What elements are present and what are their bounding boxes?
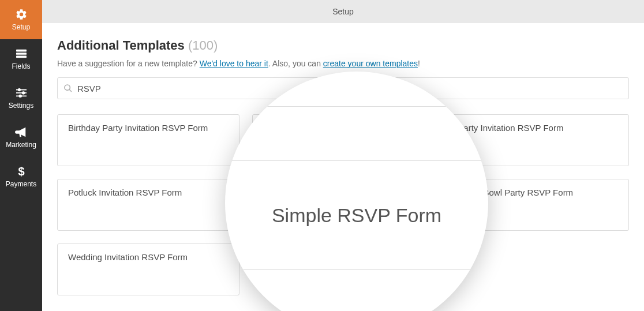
svg-point-10 [65,85,70,90]
svg-point-8 [19,95,21,98]
topbar: Setup [42,0,644,23]
svg-rect-1 [16,53,27,55]
template-card[interactable]: Party Invitation RSVP Form [447,114,629,166]
template-card[interactable] [252,114,435,166]
svg-text:$: $ [18,165,24,178]
fields-icon [15,47,28,60]
gear-icon [15,8,28,21]
sidebar: Setup Fields Settings Marketing $ Paymen… [0,0,42,311]
bullhorn-icon [15,126,28,138]
content-panel: Additional Templates (100) Have a sugges… [42,23,644,311]
page-title-text: Additional Templates [57,38,188,53]
template-card[interactable]: Wedding Invitation RSVP Form [57,243,239,295]
template-card[interactable]: Birthday Party Invitation RSVP Form [57,114,239,166]
template-card-label: Party Invitation RSVP Form [458,123,563,133]
template-card-label: Potluck Invitation RSVP Form [68,188,182,197]
create-templates-link[interactable]: create your own templates [323,59,418,68]
search-box[interactable] [57,77,629,99]
sidebar-item-label: Settings [9,102,33,110]
template-card[interactable]: Potluck Invitation RSVP Form [57,179,239,231]
template-card-label: Birthday Party Invitation RSVP Form [68,123,208,133]
sidebar-item-settings[interactable]: Settings [0,78,42,118]
svg-point-4 [18,89,20,91]
main-area: Setup Additional Templates (100) Have a … [42,0,644,311]
template-card[interactable]: Simple RSVP Form [252,179,435,231]
sidebar-item-marketing[interactable]: Marketing [0,118,42,157]
subtitle-text: Have a suggestion for a new template? [57,59,200,68]
page-title: Additional Templates (100) [57,38,629,53]
template-card-label: Super Bowl Party RSVP Form [458,188,573,197]
dollar-icon: $ [17,165,25,178]
suggestion-link[interactable]: We'd love to hear it [200,59,268,68]
sidebar-item-label: Payments [6,180,36,188]
svg-rect-2 [16,56,27,58]
sidebar-item-fields[interactable]: Fields [0,39,42,78]
template-grid: Birthday Party Invitation RSVP Form Part… [57,114,629,295]
template-card-label: Simple RSVP Form [263,188,338,197]
sliders-icon [15,87,28,99]
search-input[interactable] [77,84,623,93]
sidebar-item-setup[interactable]: Setup [0,0,42,39]
svg-rect-0 [16,50,27,52]
template-card-label: Wedding Invitation RSVP Form [68,252,188,262]
search-icon [63,84,73,93]
sidebar-item-label: Setup [12,23,30,31]
template-count: (100) [188,38,218,53]
svg-point-6 [22,92,24,94]
template-card[interactable]: Super Bowl Party RSVP Form [447,179,629,231]
subtitle-text: . Also, you can [268,59,323,68]
subtitle: Have a suggestion for a new template? We… [57,59,629,68]
sidebar-item-label: Marketing [6,141,36,149]
svg-line-11 [69,89,72,92]
topbar-title: Setup [332,7,354,16]
subtitle-text: ! [418,59,420,68]
sidebar-item-payments[interactable]: $ Payments [0,157,42,196]
sidebar-item-label: Fields [12,62,30,70]
